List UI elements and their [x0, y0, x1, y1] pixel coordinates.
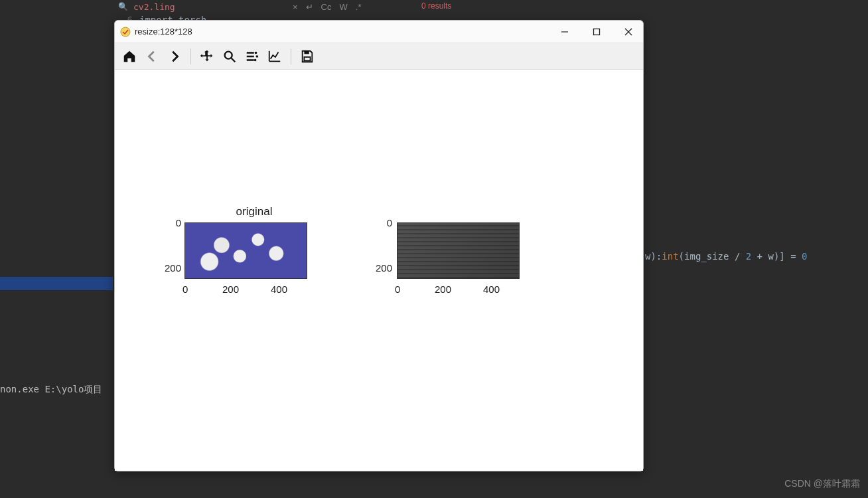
close-icon[interactable]: × [293, 2, 298, 12]
terminal-line: non.exe E:\yolo项目 [0, 384, 102, 396]
svg-line-6 [232, 58, 236, 62]
pan-button[interactable] [198, 47, 216, 66]
xtick: 0 [182, 284, 188, 295]
match-case-icon[interactable]: Cc [321, 2, 332, 12]
code-fragment: w):int(img_size / 2 + w)] = 0 [645, 251, 807, 262]
close-button[interactable] [623, 27, 634, 37]
svg-point-8 [256, 55, 259, 58]
back-button[interactable] [143, 47, 161, 66]
svg-rect-11 [304, 56, 310, 60]
configure-button[interactable] [243, 47, 261, 66]
svg-rect-10 [304, 50, 309, 54]
xtick: 200 [222, 284, 239, 295]
ytick: 0 [387, 217, 392, 228]
plot-image-resized [397, 222, 520, 279]
minimize-button[interactable] [559, 27, 570, 37]
matplotlib-canvas[interactable]: original 0 200 0 200 400 0 200 0 200 400 [115, 70, 643, 471]
ytick: 200 [165, 262, 181, 274]
toolbar-separator [291, 48, 291, 64]
regex-icon[interactable]: .* [356, 2, 362, 12]
search-input[interactable]: cv2.ling [133, 2, 293, 12]
subplot-resized: 0 200 0 200 400 [360, 222, 573, 329]
svg-point-0 [121, 27, 130, 37]
svg-rect-2 [594, 29, 600, 35]
watermark: CSDN @落叶霜霜 [784, 478, 860, 490]
plot-image-original [184, 222, 307, 279]
matplotlib-window: resize:128*128 original 0 200 0 200 [114, 20, 644, 471]
axes-button[interactable] [265, 47, 284, 66]
xtick: 400 [271, 284, 287, 295]
xtick: 400 [483, 284, 500, 295]
matplotlib-toolbar [115, 43, 643, 70]
window-title: resize:128*128 [135, 27, 559, 37]
app-icon [120, 27, 131, 37]
forward-button[interactable] [165, 47, 184, 66]
svg-point-5 [225, 51, 232, 58]
words-icon[interactable]: W [339, 2, 347, 12]
search-results-count: 0 results [421, 1, 451, 11]
toolbar-separator [190, 48, 191, 64]
xtick: 200 [435, 284, 451, 295]
zoom-button[interactable] [220, 47, 239, 66]
ytick: 0 [176, 217, 181, 228]
save-button[interactable] [298, 47, 317, 66]
maximize-button[interactable] [591, 27, 602, 37]
svg-point-9 [254, 58, 257, 61]
xtick: 0 [395, 284, 400, 295]
home-button[interactable] [120, 47, 139, 66]
search-icon: 🔍 [118, 2, 128, 11]
plot-grid: original 0 200 0 200 400 0 200 0 200 400 [148, 222, 573, 329]
search-bar: 🔍 cv2.ling × ↵ Cc W .* [113, 0, 868, 13]
enter-icon[interactable]: ↵ [306, 2, 313, 12]
subplot-original: original 0 200 0 200 400 [148, 222, 360, 329]
subplot-title: original [148, 205, 360, 218]
window-titlebar[interactable]: resize:128*128 [115, 21, 643, 43]
svg-point-7 [255, 51, 257, 54]
editor-line-highlight [0, 277, 113, 290]
ytick: 200 [376, 262, 392, 274]
